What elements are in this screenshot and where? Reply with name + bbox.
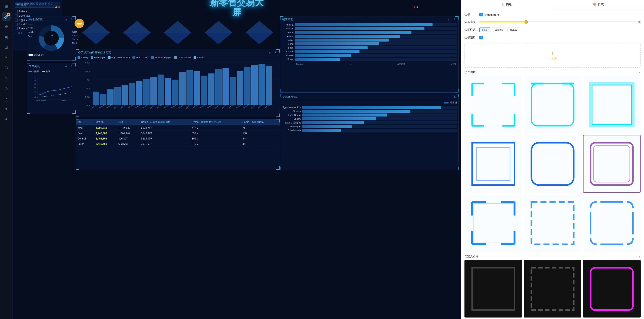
sidebar-icon-resize[interactable]: ⤡ xyxy=(2,74,11,82)
checkbox-fruits[interactable] xyxy=(15,27,18,30)
tab-style[interactable]: 🎨 样式 xyxy=(553,0,644,9)
col-demo1: Demo - 新零售果蔬销售数 xyxy=(140,119,190,126)
build-tab-label: 构建 xyxy=(506,2,512,6)
preset-collapse-icon[interactable]: ▲ xyxy=(638,71,640,74)
upload-area[interactable]: ↑ ↑ 上传 xyxy=(464,43,640,68)
download-icon-sr[interactable]: ↓ xyxy=(451,18,452,21)
expand-label: 展开 xyxy=(18,32,23,35)
bar-surya: Surya xyxy=(282,58,457,61)
frame-item-7[interactable] xyxy=(464,194,522,252)
svg-rect-33 xyxy=(172,80,178,105)
preset-images-header: 预设图片 ▲ xyxy=(464,70,640,74)
style-btn-dotted[interactable]: dotted xyxy=(508,27,520,32)
bar-track-adavan xyxy=(295,54,457,57)
cell-region-east: East xyxy=(76,131,94,136)
filter-icon-sp[interactable]: ⊿ xyxy=(64,64,67,68)
download-icon-trend[interactable]: ↓ xyxy=(272,51,274,54)
frame-item-1[interactable] xyxy=(464,76,522,133)
upload-btn[interactable]: ↑ 上传 xyxy=(471,57,634,61)
sidebar-icon-link[interactable]: 🔗 1 xyxy=(2,12,11,21)
svg-rect-101 xyxy=(531,268,574,310)
cell-demo1-east: 564,237¥ xyxy=(140,131,190,136)
sidebar-icon-layers[interactable]: ▣ xyxy=(2,33,11,41)
filter-icon-sr[interactable]: ⊿ xyxy=(447,18,450,21)
sales-line-chart: 万 万 万 万 万 万 Oil & Masala Snacks xyxy=(27,74,76,102)
sidebar-icon-tools[interactable]: ✂ xyxy=(2,53,11,62)
legend-south-left: South xyxy=(28,30,34,34)
cell-demo2-central: 309 v xyxy=(190,136,241,142)
svg-rect-29 xyxy=(143,79,150,105)
bar-label-krithika: Krithika xyxy=(282,24,294,26)
legend-north-top: North xyxy=(28,26,34,30)
custom-frame-3[interactable] xyxy=(583,260,640,318)
panel-sales-profit-title: 售额与利... ⊿ ↓ ↻ xyxy=(27,63,76,69)
filter-icon[interactable]: ⊿ xyxy=(64,18,67,21)
svg-rect-86 xyxy=(476,147,510,180)
svg-text:万: 万 xyxy=(34,91,36,94)
bar-label-adavan: Adavan xyxy=(282,54,294,57)
svg-rect-23 xyxy=(100,94,106,105)
frame-item-8[interactable] xyxy=(524,194,581,252)
border-checkbox[interactable]: ✓ xyxy=(480,13,483,16)
border-width-row: 边框宽度 10 xyxy=(464,20,640,24)
filter-icon-cr[interactable]: ⊿ xyxy=(447,96,450,99)
checkbox-eggs[interactable] xyxy=(15,18,18,22)
svg-rect-38 xyxy=(208,74,214,105)
bar-fill-suresh xyxy=(295,50,360,53)
kpi-card-2 xyxy=(158,16,198,49)
checkbox-food-grains[interactable] xyxy=(15,23,18,26)
cell-sales-east: 4,248,368 xyxy=(94,131,117,136)
left-sidebar: ⊞ 🔗 1 ⚙ ▣ ⊡ ✂ ⬡ ⤡ % › ● ▲ xyxy=(0,0,13,319)
frame-item-9[interactable] xyxy=(583,194,640,252)
sidebar-icon-components[interactable]: ⊡ xyxy=(2,43,11,52)
bar-track-amrish xyxy=(295,27,457,30)
svg-rect-89 xyxy=(594,146,630,182)
style-btn-dashed[interactable]: dashed xyxy=(492,27,506,32)
slider-thumb[interactable] xyxy=(524,20,528,24)
svg-rect-36 xyxy=(194,71,200,105)
frame-item-5[interactable] xyxy=(524,135,581,192)
bar-beverages-cat: Beverages xyxy=(282,125,457,128)
sidebar-icon-arrow[interactable]: › xyxy=(2,94,11,103)
tab-build[interactable]: ⚙ 构建 xyxy=(461,0,553,9)
xaxis-1: 1 xyxy=(350,63,351,65)
frame-item-3[interactable] xyxy=(583,76,640,133)
hamburger-button[interactable] xyxy=(74,19,84,28)
sidebar-icon-expand[interactable]: ⬡ xyxy=(2,64,11,72)
svg-rect-30 xyxy=(150,77,157,105)
frame-item-4[interactable] xyxy=(464,135,522,192)
sales-profit-title-text: 售额与利... xyxy=(29,64,42,68)
slider-track[interactable] xyxy=(480,22,636,22)
trend-legend: Bakery Beverages Eggs Meat & Fish Food G… xyxy=(76,55,280,60)
custom-frame-2[interactable] xyxy=(524,260,581,318)
legend-food-grains: Food Grains xyxy=(132,56,149,59)
svg-rect-44 xyxy=(251,65,258,105)
svg-rect-46 xyxy=(266,66,272,105)
sidebar-icon-settings[interactable]: ⚙ xyxy=(2,22,11,31)
sidebar-icon-up[interactable]: ▲ xyxy=(2,114,11,123)
custom-frame-1[interactable] xyxy=(464,260,522,318)
hamburger-line3 xyxy=(77,24,82,25)
preset-images-label: 预设图片 xyxy=(464,70,476,74)
download-icon-sp[interactable]: ↓ xyxy=(68,64,70,68)
download-icon[interactable]: ↓ xyxy=(68,18,70,21)
cell-demo3-east: 588, xyxy=(241,131,280,136)
bar-suresh: Suresh xyxy=(282,50,457,53)
frame-item-2[interactable] xyxy=(524,76,581,133)
sidebar-icon-grid[interactable]: ⊞ xyxy=(2,2,11,11)
bar-label-surya: Surya xyxy=(282,58,294,60)
style-btn-solid[interactable]: solid xyxy=(480,27,490,32)
custom-collapse-icon[interactable]: ▲ xyxy=(638,255,640,258)
kpi-diamond-4 xyxy=(246,21,273,44)
filter-icon-trend[interactable]: ⊿ xyxy=(268,51,271,54)
sidebar-icon-ball[interactable]: ● xyxy=(2,104,11,113)
trend-title-text: 各类别产品销售额占比走势 xyxy=(78,50,111,54)
cell-region-central: Central xyxy=(76,136,94,142)
svg-rect-27 xyxy=(129,83,135,105)
download-icon-cr[interactable]: ↓ xyxy=(451,96,452,99)
border-image-checkbox[interactable]: ✓ xyxy=(480,36,483,40)
sales-rank-bars: Krithika Amrish Verma Arutra xyxy=(280,22,458,62)
frame-item-6[interactable] xyxy=(583,135,640,192)
bar-track-beverages-cat xyxy=(302,125,457,128)
sidebar-icon-percent[interactable]: % xyxy=(2,84,11,92)
